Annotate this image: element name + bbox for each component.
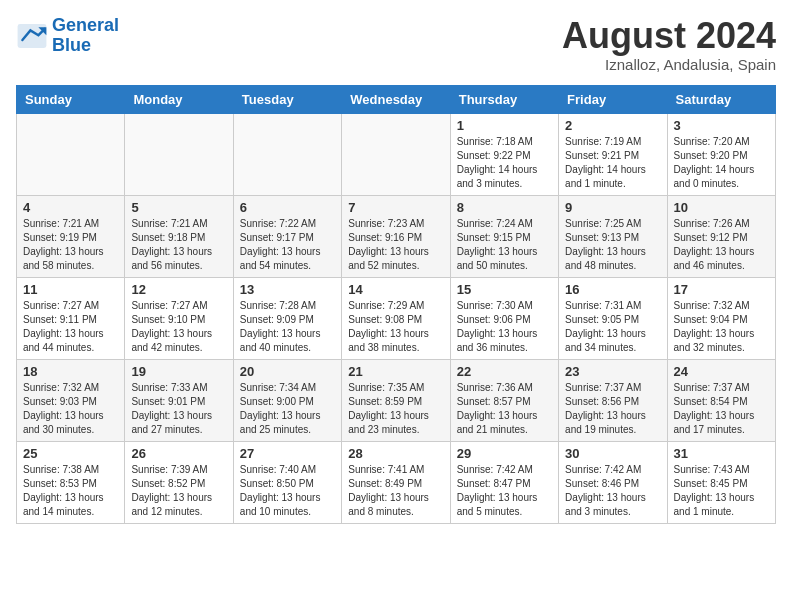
day-info: Sunrise: 7:41 AM Sunset: 8:49 PM Dayligh… [348,463,443,519]
calendar-week-row: 4Sunrise: 7:21 AM Sunset: 9:19 PM Daylig… [17,195,776,277]
day-number: 15 [457,282,552,297]
weekday-header: Thursday [450,85,558,113]
calendar-cell: 30Sunrise: 7:42 AM Sunset: 8:46 PM Dayli… [559,441,667,523]
day-info: Sunrise: 7:23 AM Sunset: 9:16 PM Dayligh… [348,217,443,273]
day-info: Sunrise: 7:42 AM Sunset: 8:47 PM Dayligh… [457,463,552,519]
weekday-header: Sunday [17,85,125,113]
day-number: 21 [348,364,443,379]
calendar-week-row: 25Sunrise: 7:38 AM Sunset: 8:53 PM Dayli… [17,441,776,523]
calendar-cell: 1Sunrise: 7:18 AM Sunset: 9:22 PM Daylig… [450,113,558,195]
day-info: Sunrise: 7:39 AM Sunset: 8:52 PM Dayligh… [131,463,226,519]
calendar-cell [233,113,341,195]
logo: GeneralBlue [16,16,119,56]
day-number: 7 [348,200,443,215]
calendar-week-row: 18Sunrise: 7:32 AM Sunset: 9:03 PM Dayli… [17,359,776,441]
calendar-cell: 8Sunrise: 7:24 AM Sunset: 9:15 PM Daylig… [450,195,558,277]
calendar-cell: 12Sunrise: 7:27 AM Sunset: 9:10 PM Dayli… [125,277,233,359]
day-info: Sunrise: 7:40 AM Sunset: 8:50 PM Dayligh… [240,463,335,519]
calendar-cell [17,113,125,195]
day-number: 23 [565,364,660,379]
title-section: August 2024 Iznalloz, Andalusia, Spain [562,16,776,73]
day-info: Sunrise: 7:42 AM Sunset: 8:46 PM Dayligh… [565,463,660,519]
calendar-cell [342,113,450,195]
weekday-header: Wednesday [342,85,450,113]
day-info: Sunrise: 7:21 AM Sunset: 9:19 PM Dayligh… [23,217,118,273]
day-number: 5 [131,200,226,215]
day-info: Sunrise: 7:32 AM Sunset: 9:04 PM Dayligh… [674,299,769,355]
day-number: 14 [348,282,443,297]
day-info: Sunrise: 7:22 AM Sunset: 9:17 PM Dayligh… [240,217,335,273]
day-number: 28 [348,446,443,461]
day-number: 1 [457,118,552,133]
day-info: Sunrise: 7:18 AM Sunset: 9:22 PM Dayligh… [457,135,552,191]
calendar-cell: 25Sunrise: 7:38 AM Sunset: 8:53 PM Dayli… [17,441,125,523]
calendar-cell: 29Sunrise: 7:42 AM Sunset: 8:47 PM Dayli… [450,441,558,523]
day-info: Sunrise: 7:30 AM Sunset: 9:06 PM Dayligh… [457,299,552,355]
calendar-cell: 23Sunrise: 7:37 AM Sunset: 8:56 PM Dayli… [559,359,667,441]
day-info: Sunrise: 7:20 AM Sunset: 9:20 PM Dayligh… [674,135,769,191]
day-number: 20 [240,364,335,379]
day-number: 27 [240,446,335,461]
day-info: Sunrise: 7:21 AM Sunset: 9:18 PM Dayligh… [131,217,226,273]
calendar-cell: 21Sunrise: 7:35 AM Sunset: 8:59 PM Dayli… [342,359,450,441]
day-number: 31 [674,446,769,461]
day-number: 25 [23,446,118,461]
calendar-week-row: 11Sunrise: 7:27 AM Sunset: 9:11 PM Dayli… [17,277,776,359]
day-info: Sunrise: 7:35 AM Sunset: 8:59 PM Dayligh… [348,381,443,437]
day-number: 18 [23,364,118,379]
page-header: GeneralBlue August 2024 Iznalloz, Andalu… [16,16,776,73]
calendar-cell: 28Sunrise: 7:41 AM Sunset: 8:49 PM Dayli… [342,441,450,523]
calendar-cell: 31Sunrise: 7:43 AM Sunset: 8:45 PM Dayli… [667,441,775,523]
day-info: Sunrise: 7:43 AM Sunset: 8:45 PM Dayligh… [674,463,769,519]
day-info: Sunrise: 7:36 AM Sunset: 8:57 PM Dayligh… [457,381,552,437]
logo-text: GeneralBlue [52,16,119,56]
day-number: 30 [565,446,660,461]
calendar-cell: 5Sunrise: 7:21 AM Sunset: 9:18 PM Daylig… [125,195,233,277]
day-info: Sunrise: 7:25 AM Sunset: 9:13 PM Dayligh… [565,217,660,273]
day-number: 2 [565,118,660,133]
day-number: 22 [457,364,552,379]
weekday-header: Monday [125,85,233,113]
weekday-header: Friday [559,85,667,113]
calendar-cell: 24Sunrise: 7:37 AM Sunset: 8:54 PM Dayli… [667,359,775,441]
day-number: 13 [240,282,335,297]
calendar-cell: 10Sunrise: 7:26 AM Sunset: 9:12 PM Dayli… [667,195,775,277]
day-number: 8 [457,200,552,215]
calendar-cell: 17Sunrise: 7:32 AM Sunset: 9:04 PM Dayli… [667,277,775,359]
day-info: Sunrise: 7:26 AM Sunset: 9:12 PM Dayligh… [674,217,769,273]
calendar-cell: 3Sunrise: 7:20 AM Sunset: 9:20 PM Daylig… [667,113,775,195]
calendar-cell: 14Sunrise: 7:29 AM Sunset: 9:08 PM Dayli… [342,277,450,359]
calendar-cell: 13Sunrise: 7:28 AM Sunset: 9:09 PM Dayli… [233,277,341,359]
calendar-cell: 18Sunrise: 7:32 AM Sunset: 9:03 PM Dayli… [17,359,125,441]
day-number: 10 [674,200,769,215]
day-number: 3 [674,118,769,133]
calendar-week-row: 1Sunrise: 7:18 AM Sunset: 9:22 PM Daylig… [17,113,776,195]
day-info: Sunrise: 7:33 AM Sunset: 9:01 PM Dayligh… [131,381,226,437]
calendar-cell: 27Sunrise: 7:40 AM Sunset: 8:50 PM Dayli… [233,441,341,523]
day-info: Sunrise: 7:38 AM Sunset: 8:53 PM Dayligh… [23,463,118,519]
day-info: Sunrise: 7:34 AM Sunset: 9:00 PM Dayligh… [240,381,335,437]
calendar-cell: 26Sunrise: 7:39 AM Sunset: 8:52 PM Dayli… [125,441,233,523]
day-info: Sunrise: 7:27 AM Sunset: 9:10 PM Dayligh… [131,299,226,355]
calendar-cell: 19Sunrise: 7:33 AM Sunset: 9:01 PM Dayli… [125,359,233,441]
calendar-cell: 6Sunrise: 7:22 AM Sunset: 9:17 PM Daylig… [233,195,341,277]
day-number: 17 [674,282,769,297]
day-number: 4 [23,200,118,215]
day-number: 16 [565,282,660,297]
calendar-header-row: SundayMondayTuesdayWednesdayThursdayFrid… [17,85,776,113]
day-info: Sunrise: 7:37 AM Sunset: 8:54 PM Dayligh… [674,381,769,437]
calendar-cell [125,113,233,195]
day-info: Sunrise: 7:37 AM Sunset: 8:56 PM Dayligh… [565,381,660,437]
day-info: Sunrise: 7:32 AM Sunset: 9:03 PM Dayligh… [23,381,118,437]
day-number: 24 [674,364,769,379]
day-number: 9 [565,200,660,215]
day-info: Sunrise: 7:29 AM Sunset: 9:08 PM Dayligh… [348,299,443,355]
day-info: Sunrise: 7:24 AM Sunset: 9:15 PM Dayligh… [457,217,552,273]
day-number: 11 [23,282,118,297]
day-number: 6 [240,200,335,215]
day-info: Sunrise: 7:31 AM Sunset: 9:05 PM Dayligh… [565,299,660,355]
day-number: 19 [131,364,226,379]
calendar-table: SundayMondayTuesdayWednesdayThursdayFrid… [16,85,776,524]
calendar-cell: 11Sunrise: 7:27 AM Sunset: 9:11 PM Dayli… [17,277,125,359]
calendar-cell: 2Sunrise: 7:19 AM Sunset: 9:21 PM Daylig… [559,113,667,195]
